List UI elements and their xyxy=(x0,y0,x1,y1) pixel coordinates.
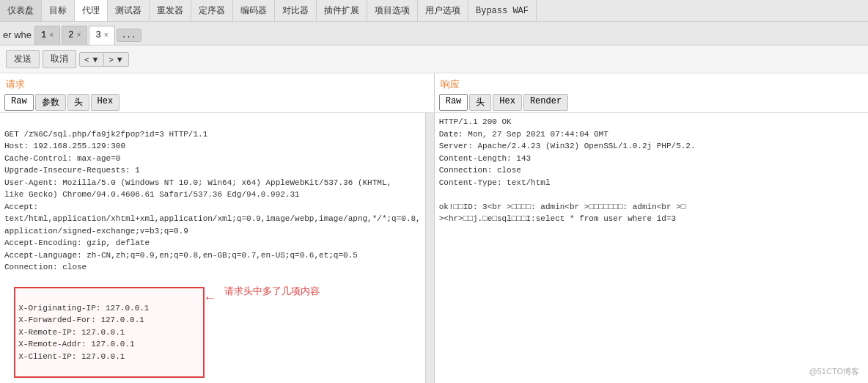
request-content-area: GET /z%6C/sql.php/fa9jk2fpop?id=3 HTTP/1… xyxy=(0,113,434,383)
tab-1[interactable]: 1 × xyxy=(34,26,60,45)
next-button[interactable]: > ▼ xyxy=(104,53,128,66)
response-sub-tabs: Raw 头 Hex Render xyxy=(435,92,868,113)
response-content-area: HTTP/1.1 200 OK Date: Mon, 27 Sep 2021 0… xyxy=(435,113,868,383)
request-title: 请求 xyxy=(0,73,434,92)
watermark: @51CTO博客 xyxy=(809,366,859,377)
where-label: er whe xyxy=(0,26,34,43)
nav-intruder[interactable]: 测试器 xyxy=(108,0,150,21)
tab-3-label: 3 xyxy=(95,30,100,40)
tab-2-label: 2 xyxy=(68,30,73,40)
annotation-arrow-icon: ← xyxy=(206,288,214,308)
nav-comparer[interactable]: 对比器 xyxy=(275,0,317,21)
response-panel: 响应 Raw 头 Hex Render HTTP/1.1 200 OK Date… xyxy=(435,73,868,383)
request-tab-hex[interactable]: Hex xyxy=(91,94,120,111)
tab-3[interactable]: 3 × xyxy=(89,26,114,45)
nav-extensions[interactable]: 插件扩展 xyxy=(317,0,367,21)
tab-1-close[interactable]: × xyxy=(49,32,54,40)
request-tab-params[interactable]: 参数 xyxy=(35,94,66,111)
response-tab-raw[interactable]: Raw xyxy=(439,94,468,111)
request-sub-tabs: Raw 参数 头 Hex xyxy=(0,92,434,113)
annotation-text: 请求头中多了几项内容 xyxy=(224,284,320,299)
tab-3-close[interactable]: × xyxy=(104,32,108,40)
toolbar: 发送 取消 < ▼ > ▼ xyxy=(0,45,868,73)
cancel-button[interactable]: 取消 xyxy=(43,50,76,68)
nav-repeater[interactable]: 重发器 xyxy=(150,0,191,21)
request-panel: 请求 Raw 参数 头 Hex GET /z%6C/sql.php/fa9jk2… xyxy=(0,73,435,383)
nav-decoder[interactable]: 编码器 xyxy=(233,0,275,21)
nav-dashboard[interactable]: 仪表盘 xyxy=(0,0,42,21)
main-area: 请求 Raw 参数 头 Hex GET /z%6C/sql.php/fa9jk2… xyxy=(0,73,868,383)
request-tab-headers[interactable]: 头 xyxy=(67,94,89,111)
request-scrollbar[interactable] xyxy=(425,113,434,383)
request-content-normal: GET /z%6C/sql.php/fa9jk2fpop?id=3 HTTP/1… xyxy=(4,130,421,272)
nav-project-options[interactable]: 项目选项 xyxy=(367,0,418,21)
response-tab-render[interactable]: Render xyxy=(523,94,568,111)
nav-target[interactable]: 目标 xyxy=(42,0,75,21)
nav-proxy[interactable]: 代理 xyxy=(75,0,108,21)
response-title: 响应 xyxy=(435,73,868,92)
response-body-text[interactable]: HTTP/1.1 200 OK Date: Mon, 27 Sep 2021 0… xyxy=(435,113,868,383)
nav-bypass-waf[interactable]: Bypass WAF xyxy=(468,0,537,21)
request-tab-raw[interactable]: Raw xyxy=(4,94,34,111)
tab-2[interactable]: 2 × xyxy=(62,26,87,45)
request-body-text[interactable]: GET /z%6C/sql.php/fa9jk2fpop?id=3 HTTP/1… xyxy=(0,113,425,383)
send-button[interactable]: 发送 xyxy=(6,50,40,68)
request-highlighted-content: X-Originating-IP: 127.0.0.1 X-Forwarded-… xyxy=(18,304,149,361)
tab-1-label: 1 xyxy=(41,30,46,40)
prev-button[interactable]: < ▼ xyxy=(80,53,104,66)
tab-2-close[interactable]: × xyxy=(76,32,81,40)
response-tab-headers[interactable]: 头 xyxy=(469,94,491,111)
top-navigation: 仪表盘 目标 代理 测试器 重发器 定序器 编码器 对比器 插件扩展 项目选项 … xyxy=(0,0,868,22)
nav-user-options[interactable]: 用户选项 xyxy=(418,0,468,21)
nav-sequencer[interactable]: 定序器 xyxy=(191,0,233,21)
response-tab-hex[interactable]: Hex xyxy=(493,94,522,111)
tab-more[interactable]: ... xyxy=(117,29,141,42)
